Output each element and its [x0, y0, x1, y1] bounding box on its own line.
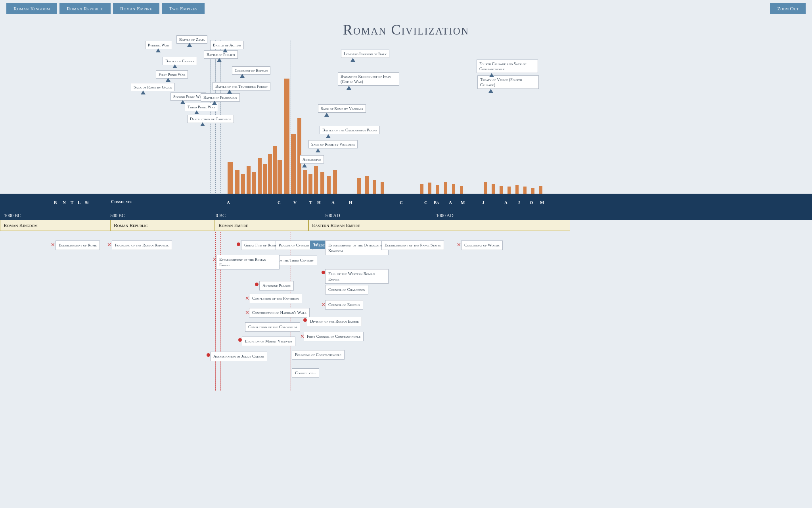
bar-19 — [357, 178, 361, 194]
dot-antonine — [255, 283, 259, 286]
year-bar: 1000 BC 500 BC 0 BC 500 AD 1000 AD — [0, 211, 812, 220]
bar-23 — [420, 184, 423, 194]
bar-21 — [373, 180, 376, 194]
event-great-fire: Great Fire of Rome — [241, 241, 280, 250]
period-t: T — [71, 200, 73, 205]
period-o: O — [530, 200, 533, 205]
x-establishment-rome: ✕ — [51, 242, 55, 248]
event-fall-western: Fall of the Western Roman Empire — [325, 269, 389, 284]
nav-roman-empire[interactable]: Roman Empire — [113, 3, 159, 14]
zoom-out-button[interactable]: Zoom Out — [770, 3, 806, 14]
period-t2: T — [309, 200, 312, 205]
period-ba: Ba — [434, 200, 439, 205]
period-c3: C — [424, 200, 427, 205]
triangle-philippi — [217, 58, 222, 62]
lower-dashed-0bc2 — [215, 220, 216, 391]
nav-roman-republic[interactable]: Roman Republic — [59, 3, 111, 14]
event-concordat-worms: Concordat of Worms — [461, 241, 503, 250]
period-j2: J — [518, 200, 520, 205]
dashed-line-julius — [210, 40, 211, 211]
top-nav: Roman Kingdom Roman Republic Roman Empir… — [0, 0, 812, 17]
triangle-zama — [187, 43, 192, 47]
bar-20 — [365, 176, 369, 194]
bar-17 — [327, 176, 331, 194]
bar-35 — [531, 188, 534, 194]
triangle-visigoths — [316, 148, 320, 152]
dot-julius — [207, 353, 210, 357]
dashed-line-0bc — [220, 40, 221, 211]
event-sack-gauls: Sack of Rome by Gauls — [131, 83, 175, 91]
event-fourth-crusade: Fourth Crusade and Sack of Constantinopl… — [477, 60, 538, 73]
triangle-catalaunian — [326, 134, 331, 138]
event-pyrrhic: Pyrrhic War — [145, 41, 172, 49]
event-destruction-carthage: Destruction of Carthage — [187, 115, 234, 123]
period-m: M — [461, 200, 465, 205]
triangle-lombard — [350, 58, 355, 62]
timeline-wrapper: Second Punic War Third Punic War Destruc… — [0, 40, 812, 391]
bar-main — [284, 79, 289, 194]
triangle-third-punic — [194, 110, 199, 114]
upper-area: Second Punic War Third Punic War Destruc… — [0, 40, 812, 211]
dashed-line-0bc-2 — [215, 40, 216, 211]
event-actium: Battle of Actium — [210, 41, 244, 49]
event-catalaunian: Battle of the Catalaunian Plains — [320, 126, 380, 134]
triangle-teutoburg — [227, 90, 232, 94]
bar-6 — [258, 158, 262, 194]
event-council-ephesus: Council of Ephesus — [325, 300, 363, 310]
event-conquest-britain: Conquest of Britain — [232, 66, 270, 75]
period-v: V — [293, 200, 297, 205]
event-roman-empire: Establishment of the Roman Empire — [216, 255, 280, 269]
bar-1 — [228, 162, 233, 194]
period-a2: A — [331, 200, 335, 205]
nav-two-empires[interactable]: Two Empires — [162, 3, 205, 14]
bar-26 — [444, 182, 447, 194]
bar-4 — [247, 166, 251, 194]
period-c2: C — [400, 200, 403, 205]
event-establishment-rome: Establishment of Rome — [56, 241, 100, 250]
triangle-pyrrhic — [156, 48, 161, 52]
bar-18 — [333, 170, 337, 194]
bar-36 — [539, 186, 542, 194]
event-plague-cyprian: Plague of Cyprian — [276, 241, 312, 250]
event-founding-republic: Founding of the Roman Republic — [112, 241, 172, 250]
event-venice: Treaty of Venice (Fourth Crusade) — [477, 75, 539, 89]
bar-8 — [268, 154, 272, 194]
period-consulate: Consulate — [111, 199, 132, 205]
bar-7 — [263, 164, 267, 194]
bar-29 — [484, 182, 487, 194]
triangle-vandals — [324, 113, 329, 117]
period-j: J — [482, 200, 485, 205]
period-se: Se — [85, 200, 89, 205]
dot-vesuvius — [238, 338, 242, 342]
event-julius-caesar: Assassination of Julius Caesar — [210, 352, 267, 361]
event-council-chalcedon: Council of Chalcedon — [325, 285, 368, 294]
bar-13 — [303, 170, 307, 194]
event-zama: Battle of Zama — [176, 35, 207, 44]
year-1000ad: 1000 AD — [436, 213, 454, 219]
bar-31 — [500, 186, 503, 194]
triangle-gauls — [141, 90, 146, 94]
event-byzantine: Byzantine Reconquest of Italy (Gothic Wa… — [338, 72, 399, 86]
triangle-adrianople — [302, 164, 307, 167]
era-roman-republic: Roman Republic — [110, 220, 215, 231]
triangle-pharsalus — [212, 101, 217, 105]
bar-25 — [436, 185, 439, 194]
event-pantheon: Completion of the Pantheon — [249, 294, 302, 303]
event-antonine: Antonine Plague — [259, 281, 294, 291]
event-first-council-const: First Council of Constantinople — [304, 332, 364, 341]
year-500ad: 500 AD — [325, 213, 340, 219]
event-battle-pharsalus: Battle of Pharsalus — [201, 93, 240, 102]
bar-27 — [452, 184, 455, 194]
bar-14 — [308, 174, 312, 194]
bar-16 — [320, 172, 324, 194]
event-council-partial: Council of... — [292, 368, 319, 378]
bar-28 — [460, 186, 463, 194]
event-papal-states: Establishment of the Papal States — [381, 241, 444, 250]
nav-roman-kingdom[interactable]: Roman Kingdom — [6, 3, 57, 14]
dot-fall-western — [322, 271, 325, 274]
bar-33 — [515, 185, 519, 194]
year-500bc: 500 BC — [110, 213, 125, 219]
event-teutoburg: Battle of the Teutoburg Forest — [213, 82, 270, 90]
event-vesuvius: Eruption of Mount Vesuvius — [242, 337, 295, 346]
lower-dashed-0bc — [220, 220, 221, 391]
